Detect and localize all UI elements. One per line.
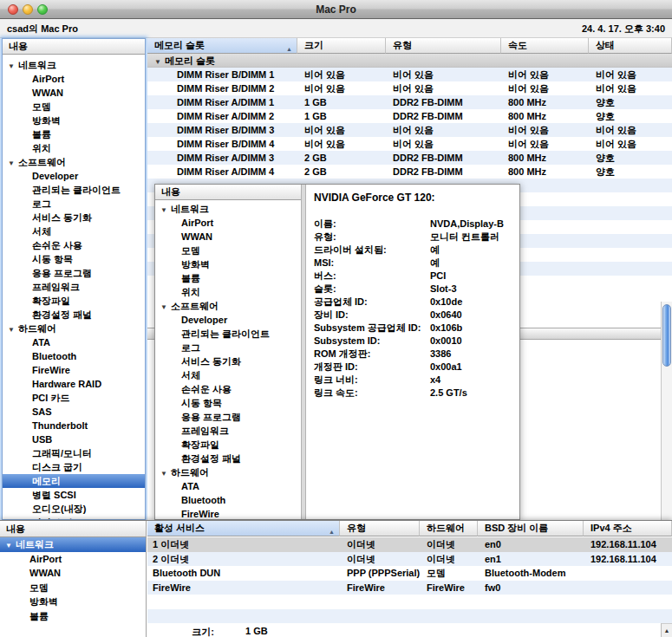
column-header[interactable]: 하드웨어 (420, 521, 478, 536)
sidebar-tree-item[interactable]: 시동 항목 (155, 396, 301, 410)
sidebar-tree-item[interactable]: WWAN (3, 86, 145, 100)
sidebar-tree-item[interactable]: Bluetooth (3, 349, 145, 363)
sidebar-tree-item[interactable]: 로그 (155, 341, 301, 354)
table-row[interactable]: DIMM Riser A/DIMM 32 GBDDR2 FB-DIMM800 M… (147, 151, 672, 165)
sidebar-tree-item[interactable]: 위치 (3, 141, 145, 155)
sidebar-tree-item[interactable]: 확장파일 (155, 438, 301, 452)
sidebar-tree-item[interactable]: 프레임워크 (3, 280, 145, 294)
table-group-row[interactable]: ▼메모리 슬롯 (147, 54, 672, 68)
disclosure-triangle-icon[interactable]: ▼ (8, 60, 18, 72)
table-row[interactable]: DIMM Riser A/DIMM 11 GBDDR2 FB-DIMM800 M… (147, 95, 672, 109)
sidebar-tree-item[interactable]: 응용 프로그램 (155, 410, 301, 424)
disclosure-triangle-icon[interactable]: ▼ (8, 323, 18, 335)
sidebar-tree-item[interactable]: 모뎀 (155, 244, 301, 257)
sidebar-tree-item[interactable]: 메모리 (3, 474, 145, 488)
sidebar-tree-item[interactable]: 모뎀 (0, 581, 146, 595)
sidebar-tree-item[interactable]: 방화벽 (155, 257, 301, 271)
sidebar-tree-item[interactable]: 확장파일 (3, 294, 145, 308)
contents-header[interactable]: 내용 (155, 185, 301, 200)
sidebar-tree-item[interactable]: PCI 카드 (3, 391, 145, 405)
sidebar-tree-item[interactable]: FireWire (3, 363, 145, 377)
sidebar-tree-item[interactable]: WWAN (155, 230, 301, 244)
sidebar-tree-item[interactable]: ▼네트워크 (155, 202, 301, 216)
table-row[interactable]: FireWireFireWireFireWirefw0 (147, 581, 672, 595)
sidebar-tree-item[interactable]: 볼륨 (155, 271, 301, 285)
sidebar-tree-item[interactable]: 모뎀 (3, 100, 145, 114)
sidebar-tree-item[interactable]: 서체 (155, 368, 301, 382)
sidebar-tree-item[interactable]: 서비스 동기화 (155, 354, 301, 368)
disclosure-triangle-icon[interactable]: ▼ (8, 157, 18, 169)
sidebar-tree-item[interactable]: 볼륨 (0, 609, 146, 624)
sidebar-tree-item[interactable]: Bluetooth (155, 493, 301, 507)
sidebar-tree-item[interactable]: 손쉬운 사용 (155, 382, 301, 396)
contents-header[interactable]: 내용 (0, 521, 146, 537)
sidebar-tree-item[interactable]: 그래픽/모니터 (3, 446, 145, 460)
sidebar-tree-item[interactable]: 디스크 굽기 (3, 460, 145, 474)
sidebar-tree-item[interactable]: 위치 (155, 285, 301, 299)
column-header[interactable]: 메모리 슬롯▲ (147, 38, 297, 54)
table-row[interactable]: 2 이더넷이더넷이더넷en1192.168.11.104 (147, 552, 672, 567)
sidebar-tree-item[interactable]: 프레임워크 (155, 424, 301, 438)
table-row[interactable]: DIMM Riser B/DIMM 1비어 있음비어 있음비어 있음비어 있음 (147, 68, 672, 81)
pane-divider[interactable] (302, 185, 306, 519)
sidebar-tree-item[interactable]: 볼륨 (3, 127, 145, 141)
title-bar[interactable]: Mac Pro (0, 0, 672, 19)
sidebar-tree-item[interactable]: Thunderbolt (3, 419, 145, 432)
sidebar-tree-item[interactable]: FireWire (155, 507, 301, 519)
sidebar-tree-item[interactable]: Hardware RAID (3, 377, 145, 391)
sidebar-tree-item[interactable]: 로그 (3, 197, 145, 211)
sidebar-tree-item[interactable]: USB (3, 432, 145, 446)
table-row[interactable]: DIMM Riser A/DIMM 42 GBDDR2 FB-DIMM800 M… (147, 165, 672, 179)
disclosure-triangle-icon[interactable]: ▼ (5, 539, 16, 552)
table-row[interactable]: DIMM Riser B/DIMM 4비어 있음비어 있음비어 있음비어 있음 (147, 137, 672, 151)
sidebar-tree-item[interactable]: ▼네트워크 (0, 537, 146, 552)
sidebar-tree-item[interactable]: 관리되는 클라이언트 (3, 183, 145, 197)
table-row[interactable]: DIMM Riser B/DIMM 2비어 있음비어 있음비어 있음비어 있음 (147, 81, 672, 95)
sidebar-tree-item[interactable]: 관리되는 클라이언트 (155, 327, 301, 341)
sidebar-tree-item[interactable]: ATA (3, 335, 145, 349)
table-row[interactable]: 1 이더넷이더넷이더넷en0192.168.11.104 (147, 537, 672, 552)
scroll-up-arrow-icon[interactable]: ▲ (661, 623, 672, 637)
scrollbar-thumb[interactable] (662, 304, 671, 367)
sidebar-tree-item[interactable]: 손쉬운 사용 (3, 238, 145, 252)
sidebar-tree-item[interactable]: 서체 (3, 224, 145, 238)
sidebar-tree-item[interactable]: 응용 프로그램 (3, 266, 145, 280)
sidebar-tree-item[interactable]: AirPort (3, 72, 145, 86)
table-row[interactable]: Bluetooth DUNPPP (PPPSerial)모뎀Bluetooth-… (147, 566, 672, 581)
column-header[interactable]: 속도 (501, 38, 589, 54)
sidebar-tree-item[interactable]: SAS (3, 405, 145, 419)
sidebar-tree-item[interactable]: ▼하드웨어 (3, 322, 145, 335)
vertical-scrollbar[interactable] (661, 302, 672, 520)
sidebar-tree-item[interactable]: AirPort (0, 552, 146, 567)
sidebar-tree-item[interactable]: 환경설정 패널 (155, 452, 301, 465)
sidebar-tree-item[interactable]: WWAN (0, 566, 146, 581)
column-header[interactable]: BSD 장비 이름 (478, 521, 584, 536)
sidebar-tree-item[interactable]: 시동 항목 (3, 252, 145, 266)
sidebar-tree-item[interactable]: ▼네트워크 (3, 58, 145, 72)
sidebar-tree-item[interactable]: 서비스 동기화 (3, 211, 145, 224)
table-row[interactable]: DIMM Riser B/DIMM 3비어 있음비어 있음비어 있음비어 있음 (147, 123, 672, 137)
column-header[interactable]: 상태 (589, 38, 672, 54)
disclosure-triangle-icon[interactable]: ▼ (160, 301, 171, 313)
sidebar-tree-item[interactable]: ▼소프트웨어 (155, 299, 301, 313)
column-header[interactable]: 유형 (340, 521, 420, 536)
column-header[interactable]: 활성 서비스▲ (147, 521, 340, 536)
sidebar-tree-item[interactable]: 환경설정 패널 (3, 308, 145, 322)
contents-header[interactable]: 내용 (3, 39, 145, 55)
sidebar-tree-item[interactable]: 방화벽 (0, 595, 146, 609)
sidebar-tree-item[interactable]: 오디오(내장) (3, 502, 145, 516)
table-row[interactable]: DIMM Riser A/DIMM 21 GBDDR2 FB-DIMM800 M… (147, 109, 672, 123)
disclosure-triangle-icon[interactable]: ▼ (160, 204, 171, 216)
column-header[interactable]: 크기 (297, 38, 386, 54)
sidebar-tree-item[interactable]: Developer (155, 313, 301, 327)
sidebar-tree-item[interactable]: AirPort (155, 216, 301, 230)
column-header[interactable]: IPv4 주소 (584, 521, 672, 536)
sidebar-tree-item[interactable]: 병렬 SCSI (3, 488, 145, 502)
sidebar-tree-item[interactable]: ATA (155, 479, 301, 493)
sidebar-tree-item[interactable]: ▼소프트웨어 (3, 155, 145, 169)
sidebar-tree-item[interactable]: Developer (3, 169, 145, 183)
sidebar-tree-item[interactable]: ▼하드웨어 (155, 465, 301, 479)
disclosure-triangle-icon[interactable]: ▼ (160, 467, 171, 479)
sidebar-tree-item[interactable]: 방화벽 (3, 114, 145, 127)
column-header[interactable]: 유형 (386, 38, 501, 54)
